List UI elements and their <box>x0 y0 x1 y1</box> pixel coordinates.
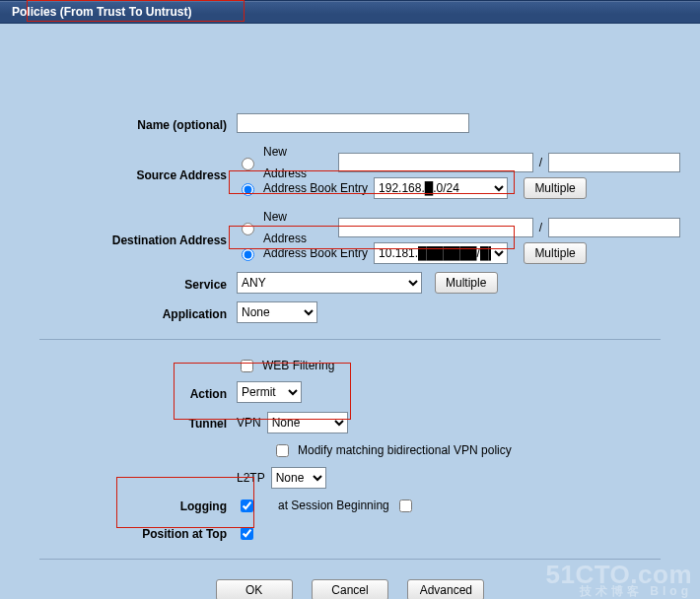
label-application: Application <box>20 301 237 325</box>
page-title: Policies (From Trust To Untrust) <box>6 1 197 23</box>
dst-new-address-2[interactable] <box>548 218 680 237</box>
page-header: Policies (From Trust To Untrust) <box>0 0 700 24</box>
spacer-l2tp <box>20 466 237 468</box>
src-new-address-2[interactable] <box>548 153 680 172</box>
label-source-address: Source Address <box>20 150 237 186</box>
divider-2 <box>39 559 661 560</box>
ok-button[interactable]: OK <box>216 579 293 599</box>
dst-multiple-button[interactable]: Multiple <box>524 242 587 264</box>
label-book-entry-dst: Address Book Entry <box>263 242 368 264</box>
name-input[interactable] <box>237 113 469 133</box>
application-select[interactable]: None <box>237 301 317 323</box>
label-destination-address: Destination Address <box>20 215 237 251</box>
service-multiple-button[interactable]: Multiple <box>435 272 498 294</box>
label-web-filtering: WEB Filtering <box>262 355 334 376</box>
dst-new-address-1[interactable] <box>338 218 533 237</box>
label-vpn: VPN <box>237 412 261 433</box>
web-filtering-checkbox[interactable] <box>241 360 253 372</box>
label-action: Action <box>20 381 237 405</box>
label-position-at-top: Position at Top <box>20 521 237 545</box>
button-bar: OK Cancel Advanced <box>20 579 680 599</box>
modify-bidir-checkbox[interactable] <box>276 444 289 457</box>
vpn-select[interactable]: None <box>267 412 348 433</box>
service-select[interactable]: ANY <box>237 272 422 294</box>
action-select[interactable]: Permit <box>237 381 302 403</box>
src-new-address-radio[interactable] <box>242 158 254 170</box>
spacer-webfilter <box>20 354 237 356</box>
dst-new-address-radio[interactable] <box>242 223 254 235</box>
src-multiple-button[interactable]: Multiple <box>524 177 587 199</box>
spacer-modify <box>20 438 237 440</box>
label-name: Name (optional) <box>20 112 237 136</box>
logging-checkbox[interactable] <box>241 499 253 512</box>
label-at-session-beginning: at Session Beginning <box>278 495 389 516</box>
label-tunnel: Tunnel <box>20 411 237 434</box>
src-book-entry-radio[interactable] <box>242 183 254 196</box>
label-book-entry-src: Address Book Entry <box>263 177 368 199</box>
slash-src: / <box>539 152 542 173</box>
divider-1 <box>39 339 661 340</box>
advanced-button[interactable]: Advanced <box>407 579 484 599</box>
dst-book-entry-radio[interactable] <box>242 248 254 261</box>
src-book-entry-select[interactable]: 192.168.█.0/24 <box>374 177 508 199</box>
label-modify-bidir: Modify matching bidirectional VPN policy <box>298 439 512 461</box>
label-l2tp: L2TP <box>237 467 265 489</box>
label-logging: Logging <box>20 494 237 517</box>
session-beginning-checkbox[interactable] <box>399 499 412 512</box>
l2tp-select[interactable]: None <box>271 467 326 489</box>
label-service: Service <box>20 272 237 296</box>
cancel-button[interactable]: Cancel <box>312 579 388 599</box>
src-new-address-1[interactable] <box>338 153 533 172</box>
slash-dst: / <box>539 217 542 238</box>
policy-form: Name (optional) Source Address New Addre… <box>0 24 700 599</box>
position-at-top-checkbox[interactable] <box>241 527 253 540</box>
dst-book-entry-select[interactable]: 10.181.███████/██ <box>374 242 508 264</box>
